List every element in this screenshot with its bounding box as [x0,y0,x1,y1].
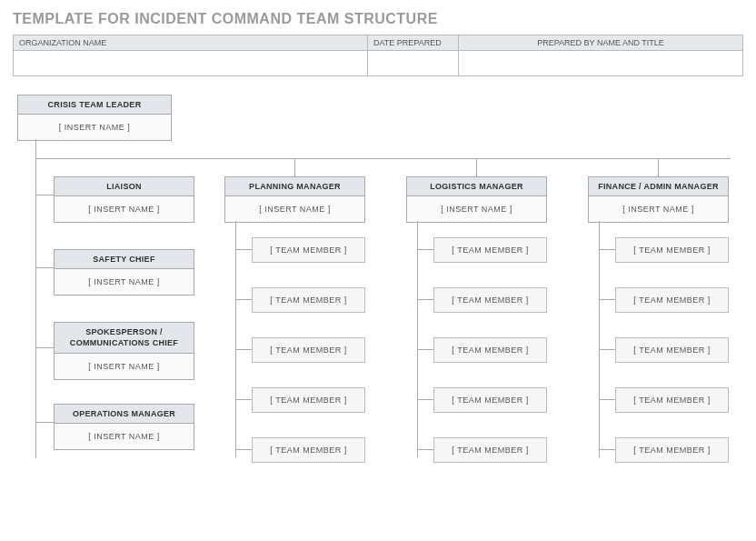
logistics-member-1[interactable]: [ TEAM MEMBER ] [433,287,547,313]
leader-name[interactable]: [ INSERT NAME ] [18,115,171,140]
staff-title-1: SAFETY CHIEF [55,250,194,269]
planning-member-0[interactable]: [ TEAM MEMBER ] [252,237,365,263]
section-name-0[interactable]: [ INSERT NAME ] [225,196,364,222]
page-title: TEMPLATE FOR INCIDENT COMMAND TEAM STRUC… [13,11,743,27]
logistics-manager-box: LOGISTICS MANAGER [ INSERT NAME ] [406,176,547,223]
planning-member-3[interactable]: [ TEAM MEMBER ] [252,387,365,413]
liaison-box: LIAISON [ INSERT NAME ] [54,176,194,223]
header-table: ORGANIZATION NAME DATE PREPARED PREPARED… [13,35,743,76]
finance-admin-manager-box: FINANCE / ADMIN MANAGER [ INSERT NAME ] [588,176,729,223]
section-name-2[interactable]: [ INSERT NAME ] [589,196,728,222]
leader-title: CRISIS TEAM LEADER [18,95,171,115]
operations-manager-box: OPERATIONS MANAGER [ INSERT NAME ] [54,404,194,450]
section-title-2: FINANCE / ADMIN MANAGER [589,177,728,196]
planning-manager-box: PLANNING MANAGER [ INSERT NAME ] [224,176,365,223]
section-name-1[interactable]: [ INSERT NAME ] [407,196,546,222]
date-prepared-header: DATE PREPARED [368,35,459,51]
staff-name-3[interactable]: [ INSERT NAME ] [55,424,194,449]
finance-member-4[interactable]: [ TEAM MEMBER ] [615,437,729,463]
planning-member-4[interactable]: [ TEAM MEMBER ] [252,437,365,463]
logistics-member-4[interactable]: [ TEAM MEMBER ] [433,437,547,463]
org-name-header: ORGANIZATION NAME [14,35,368,51]
section-title-0: PLANNING MANAGER [225,177,364,196]
finance-member-3[interactable]: [ TEAM MEMBER ] [615,387,729,413]
prepared-by-value[interactable] [459,51,743,76]
staff-name-2[interactable]: [ INSERT NAME ] [55,354,194,379]
org-chart: CRISIS TEAM LEADER [ INSERT NAME ] LIAIS… [13,95,743,522]
logistics-member-3[interactable]: [ TEAM MEMBER ] [433,387,547,413]
staff-title-3: OPERATIONS MANAGER [55,405,194,424]
logistics-member-0[interactable]: [ TEAM MEMBER ] [433,237,547,263]
spokesperson-box: SPOKESPERSON / COMMUNICATIONS CHIEF [ IN… [54,322,194,380]
finance-member-0[interactable]: [ TEAM MEMBER ] [615,237,729,263]
prepared-by-header: PREPARED BY NAME AND TITLE [459,35,743,51]
staff-title-2: SPOKESPERSON / COMMUNICATIONS CHIEF [55,323,194,354]
org-name-value[interactable] [14,51,368,76]
logistics-member-2[interactable]: [ TEAM MEMBER ] [433,337,547,363]
date-prepared-value[interactable] [368,51,459,76]
finance-member-2[interactable]: [ TEAM MEMBER ] [615,337,729,363]
planning-member-1[interactable]: [ TEAM MEMBER ] [252,287,365,313]
section-title-1: LOGISTICS MANAGER [407,177,546,196]
planning-member-2[interactable]: [ TEAM MEMBER ] [252,337,365,363]
staff-name-1[interactable]: [ INSERT NAME ] [55,269,194,295]
crisis-team-leader-box: CRISIS TEAM LEADER [ INSERT NAME ] [17,95,172,141]
finance-member-1[interactable]: [ TEAM MEMBER ] [615,287,729,313]
staff-name-0[interactable]: [ INSERT NAME ] [55,196,194,222]
staff-title-0: LIAISON [55,177,194,196]
safety-chief-box: SAFETY CHIEF [ INSERT NAME ] [54,249,194,296]
